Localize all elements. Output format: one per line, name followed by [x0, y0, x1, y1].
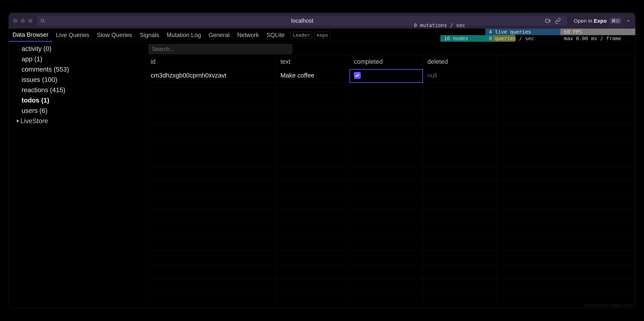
empty-cell — [146, 294, 276, 307]
empty-cell — [496, 153, 635, 166]
page-title: localhost — [291, 18, 313, 24]
watermark: Screenshot by Xnapper.com — [584, 303, 632, 308]
cell-deleted[interactable]: null — [423, 69, 496, 83]
sidebar-item-reactions[interactable]: reactions (415) — [12, 85, 142, 95]
empty-cell — [276, 280, 350, 293]
tab-general[interactable]: General — [205, 28, 233, 42]
sidebar-item-users[interactable]: users (6) — [12, 106, 142, 116]
leader-badge: Leader — [290, 32, 312, 38]
empty-cell — [146, 266, 276, 279]
empty-cell — [350, 266, 423, 279]
empty-cell — [423, 280, 496, 293]
empty-cell — [496, 83, 635, 96]
address-bar[interactable]: localhost — [37, 16, 567, 26]
empty-cell — [276, 196, 350, 209]
empty-cell — [423, 196, 496, 209]
empty-cell — [496, 139, 635, 152]
tab-slow-queries[interactable]: Slow Queries — [93, 28, 136, 42]
cell-text[interactable]: Make coffee — [276, 69, 350, 83]
empty-cell — [276, 294, 350, 307]
tab-mutation-log[interactable]: Mutation Log — [163, 28, 205, 42]
data-grid: idtextcompleteddeletedcm3dhzxgb00cprnh0x… — [146, 55, 635, 308]
empty-cell — [350, 167, 423, 180]
stat-queries: 0 queries / sec — [485, 35, 560, 42]
empty-cell — [496, 252, 635, 265]
empty-cell — [496, 210, 635, 223]
empty-cell — [350, 238, 423, 251]
empty-cell — [423, 224, 496, 237]
tab-signals[interactable]: Signals — [136, 28, 163, 42]
sidebar-group-livestore[interactable]: LiveStore — [12, 116, 142, 126]
sidebar-item-comments[interactable]: comments (553) — [12, 64, 142, 74]
empty-cell — [146, 111, 276, 124]
empty-cell — [146, 210, 276, 223]
empty-cell — [350, 196, 423, 209]
svg-line-1 — [44, 22, 45, 23]
empty-cell — [350, 153, 423, 166]
empty-cell — [276, 83, 350, 96]
tab-network[interactable]: Network — [233, 28, 262, 42]
column-header-text[interactable]: text — [276, 55, 350, 69]
empty-cell — [423, 139, 496, 152]
sidebar-item-todos[interactable]: todos (1) — [12, 95, 142, 106]
search-input[interactable] — [148, 44, 292, 54]
sidebar-item-app[interactable]: app (1) — [12, 54, 142, 64]
tab-sqlite[interactable]: SQLite — [262, 28, 288, 42]
sidebar: activity (0)app (1)comments (553)issues … — [9, 42, 146, 308]
empty-cell — [276, 238, 350, 251]
empty-cell — [423, 153, 496, 166]
cell-completed[interactable] — [350, 69, 423, 83]
triangle-right-icon — [17, 120, 19, 122]
window-controls — [13, 18, 32, 23]
empty-cell — [276, 224, 350, 237]
empty-cell — [423, 266, 496, 279]
open-in-expo-dropdown[interactable] — [624, 16, 632, 25]
empty-cell — [496, 111, 635, 124]
empty-cell — [146, 97, 276, 110]
column-header-deleted[interactable]: deleted — [423, 55, 496, 69]
stat-mutations: 0 mutations / sec — [410, 22, 485, 28]
empty-cell — [496, 181, 635, 194]
empty-cell — [146, 83, 276, 96]
maximize-window-button[interactable] — [28, 18, 32, 23]
empty-cell — [423, 111, 496, 124]
checkbox-checked-icon[interactable] — [354, 72, 361, 79]
open-in-expo-label: Open in Expo — [574, 18, 607, 24]
empty-cell — [350, 210, 423, 223]
stat-fps: 60 FPS — [560, 28, 635, 35]
cell-id[interactable]: cm3dhzxgb00cprnh0xvzavt — [146, 69, 276, 83]
link-icon[interactable] — [555, 18, 561, 24]
main-area: activity (0)app (1)comments (553)issues … — [9, 42, 635, 308]
tab-live-queries[interactable]: Live Queries — [52, 28, 93, 42]
empty-cell — [423, 97, 496, 110]
empty-cell — [423, 83, 496, 96]
empty-cell — [423, 181, 496, 194]
minimize-window-button[interactable] — [21, 18, 25, 23]
sidebar-item-issues[interactable]: issues (100) — [12, 74, 142, 85]
extension-icon[interactable] — [545, 18, 551, 24]
empty-cell — [146, 224, 276, 237]
column-header-completed[interactable]: completed — [350, 55, 423, 69]
column-header-id[interactable]: id — [146, 55, 276, 69]
empty-cell — [350, 97, 423, 110]
empty-cell — [276, 139, 350, 152]
shortcut-badge: ⌘O — [609, 18, 621, 24]
open-in-expo-button[interactable]: Open in Expo ⌘O — [570, 16, 633, 26]
column-header-spacer — [496, 55, 635, 69]
empty-cell — [146, 125, 276, 138]
tab-strip: Data BrowserLive QueriesSlow QueriesSign… — [9, 28, 635, 42]
empty-cell — [496, 97, 635, 110]
empty-cell — [423, 238, 496, 251]
sidebar-group-label: LiveStore — [20, 116, 48, 126]
empty-cell — [276, 97, 350, 110]
sidebar-item-activity[interactable]: activity (0) — [12, 44, 142, 54]
empty-cell — [350, 224, 423, 237]
empty-cell — [423, 252, 496, 265]
empty-cell — [350, 125, 423, 138]
close-window-button[interactable] — [13, 18, 18, 23]
tab-data-browser[interactable]: Data Browser — [9, 28, 52, 42]
empty-cell — [350, 181, 423, 194]
empty-cell — [276, 125, 350, 138]
stats-bar: 0 mutations / sec 16 nodes 4 live querie… — [410, 28, 635, 42]
empty-cell — [276, 111, 350, 124]
